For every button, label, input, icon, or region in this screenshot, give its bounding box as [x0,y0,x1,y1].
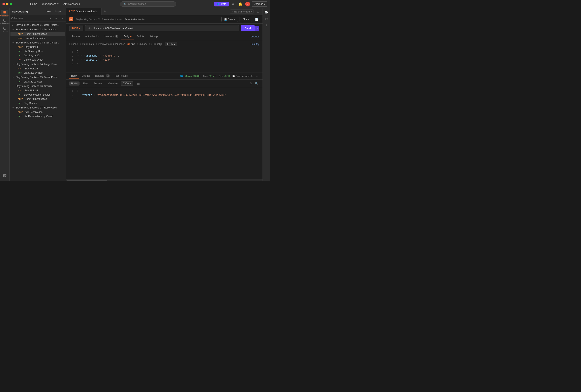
method-post-badge: POST [17,89,24,92]
radio-graphql[interactable]: GraphQL [149,43,162,45]
collection-item-1[interactable]: ▶ StayBooking Backend 01. User Regist... [10,23,65,27]
collection-item-2[interactable]: ▼ StayBooking Backend 02. Token Auth... [10,27,65,32]
beautify-button[interactable]: Beautify [251,43,259,45]
maximize-button[interactable] [10,3,12,5]
workspace-actions: New Import [45,10,64,13]
tab-headers[interactable]: Headers 8 [102,34,121,40]
right-icon-chat[interactable]: 💬 [264,10,269,15]
radio-none[interactable]: none [69,43,78,45]
tab-right-actions: ⊟ No environment ▾ ⊡ [230,9,262,14]
endpoint-list-stays-host[interactable]: GET List Stays by Host [10,49,65,53]
settings-icon[interactable]: ⚙ [230,1,236,7]
endpoint-get-stay-id[interactable]: GET Get Stay by ID [10,53,65,57]
avatar[interactable]: ● [245,1,250,6]
filter-icon[interactable]: ⚌ [135,81,142,86]
invite-button[interactable]: 👥 Invite [214,1,229,6]
horizontal-scrollbar[interactable] [66,179,262,181]
method-selector[interactable]: POST ▾ [69,25,83,31]
endpoint-stay-upload-3[interactable]: POST Stay Upload [10,45,65,49]
tab-scripts[interactable]: Scripts [134,34,146,39]
import-button[interactable]: Import [54,10,64,13]
sidebar-item-environments[interactable]: Environments [1,18,8,25]
active-tab[interactable]: POST Guest Authentication [66,8,102,15]
endpoint-list-reservations[interactable]: GET List Reservations by Guest [10,114,65,118]
endpoint-stay-upload-6[interactable]: POST Stay Upload [10,88,65,93]
svg-rect-3 [5,12,6,13]
collection-item-6[interactable]: ▼ StayBooking Backend 06. Search [10,84,65,88]
url-input[interactable]: http://localhost:8080/authenticate/guest [85,25,239,31]
home-button[interactable]: Home [28,1,39,6]
new-tab-button[interactable]: + [102,9,108,14]
notifications-icon[interactable]: 🔔 [237,1,244,7]
right-icon-info[interactable]: ℹ [264,22,269,28]
more-icon[interactable]: ··· [60,16,64,21]
radio-raw[interactable]: raw [128,43,134,45]
save-example-button[interactable]: 💾 Save as example [232,75,253,77]
sidebar-item-history[interactable]: History [1,26,8,33]
resp-tab-cookies[interactable]: Cookies [80,73,92,79]
format-pretty[interactable]: Pretty [69,81,80,85]
breadcrumb-actions: 💾 Save ▾ Share 📄 [222,16,259,22]
endpoint-guest-auth[interactable]: POST Guest Authentication [10,32,65,36]
share-button[interactable]: Share [240,17,252,22]
endpoint-add-reservation[interactable]: POST Add Reservation [10,110,65,114]
forward-arrow[interactable]: → [21,2,26,6]
panel-icon[interactable]: ⊡ [255,9,261,14]
upgrade-button[interactable]: Upgrade ▾ [252,1,267,7]
resp-tab-body[interactable]: Body [69,73,79,79]
sort-icon[interactable]: ≡ [54,16,58,21]
add-collection-icon[interactable]: + [48,16,53,21]
endpoint-geo-search[interactable]: GET Stay Geolocation Search [10,93,65,97]
collection-item-3[interactable]: ▼ StayBooking Backend 03. Stay Manag... [10,40,65,45]
people-icon: 👥 [216,2,220,5]
response-format-selector[interactable]: JSON ▾ [121,81,133,86]
sidebar-bottom-icon[interactable] [1,172,8,179]
search-response-icon[interactable]: 🔍 [254,81,259,85]
radio-urlencoded[interactable]: x-www-form-urlencoded [96,43,125,45]
method-get-badge: GET [17,94,22,96]
tab-params[interactable]: Params [69,34,82,39]
docs-icon[interactable]: 📄 [254,16,259,22]
tab-authorization[interactable]: Authorization [83,34,102,39]
format-visualize[interactable]: Visualize [106,81,120,85]
resp-tab-headers[interactable]: Headers 11 [93,73,112,79]
radio-form-data[interactable]: form-data [80,43,94,45]
right-icon-code[interactable]: </> [264,16,269,22]
request-body-editor[interactable]: 1 { 2 ···· "username" : "vincent" , 3 ··… [66,48,262,72]
endpoint-stay-search[interactable]: GET Stay Search [10,101,65,105]
tab-settings[interactable]: Settings [147,34,160,39]
format-selector[interactable]: JSON ▾ [165,42,177,46]
collection-item-7[interactable]: ▼ StayBooking Backend 07. Reservation [10,105,65,110]
collections-label: Collections [0,14,9,16]
sidebar-item-collections[interactable]: Collections [1,10,8,17]
more-response-options[interactable]: ··· [255,74,259,78]
minimize-button[interactable] [6,3,8,5]
workspaces-button[interactable]: Workspaces ▾ [40,1,60,6]
new-button[interactable]: New [45,10,52,13]
close-button[interactable] [2,3,5,5]
tab-body[interactable]: Body [121,34,134,39]
copy-response-icon[interactable]: ⧉ [249,81,253,85]
resp-tab-test-results[interactable]: Test Results [112,73,130,79]
endpoint-delete-stay[interactable]: DEL Delete Stay by ID [10,58,65,62]
save-button[interactable]: 💾 Save ▾ [222,17,238,22]
send-dropdown[interactable]: ▾ [255,26,259,31]
cookies-link[interactable]: Cookies [251,35,259,38]
radio-binary[interactable]: binary [137,43,147,45]
search-input[interactable]: 🔍 Search Postman [120,1,176,7]
endpoint-stay-upload-4[interactable]: POST Stay Upload [10,67,65,71]
endpoint-host-auth[interactable]: POST Host Authentication [10,36,65,40]
send-button[interactable]: Send [241,25,255,31]
endpoint-guest-auth-6[interactable]: POST Guest Authentication [10,97,65,101]
environment-selector[interactable]: ⊟ No environment ▾ [230,9,254,14]
back-arrow[interactable]: ← [16,2,20,6]
endpoint-list-stays-host-4[interactable]: GET List Stays by Host [10,71,65,75]
collection-item-4[interactable]: ▼ StayBooking Backend 04. Image Servi... [10,62,65,66]
collection-item-5[interactable]: ▼ StayBooking Backend 05. Token Prote... [10,75,65,79]
scrollbar-thumb[interactable] [67,180,107,181]
endpoint-list-stay-host-5[interactable]: GET List Stay by Host [10,80,65,84]
main-content: POST Guest Authentication + ⊟ No environ… [66,8,262,181]
format-preview[interactable]: Preview [92,81,104,85]
format-raw[interactable]: Raw [81,81,90,85]
api-network-button[interactable]: API Network ▾ [62,1,82,6]
